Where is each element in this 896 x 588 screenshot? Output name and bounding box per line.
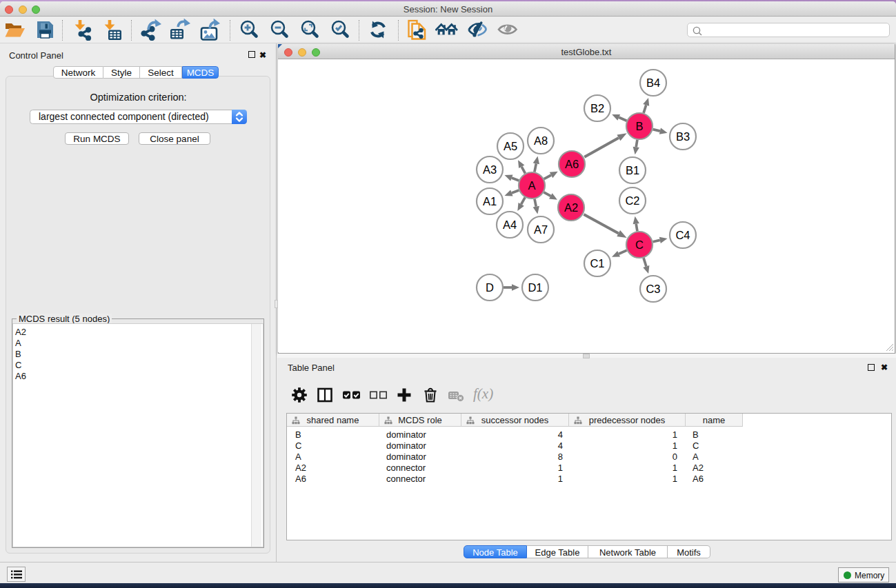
svg-text:B: B <box>635 120 643 132</box>
svg-text:A6: A6 <box>565 158 579 170</box>
svg-text:D1: D1 <box>528 281 542 294</box>
svg-text:C2: C2 <box>625 194 639 207</box>
svg-text:B1: B1 <box>626 164 639 176</box>
svg-text:A4: A4 <box>503 219 517 231</box>
svg-text:A5: A5 <box>504 140 517 152</box>
svg-text:C1: C1 <box>590 257 604 270</box>
svg-text:B2: B2 <box>590 102 604 114</box>
svg-text:B4: B4 <box>646 77 660 89</box>
svg-text:D: D <box>486 281 494 294</box>
svg-text:A2: A2 <box>564 201 578 214</box>
svg-text:B3: B3 <box>676 130 690 143</box>
svg-text:C4: C4 <box>675 229 690 241</box>
svg-text:A8: A8 <box>534 134 548 147</box>
svg-text:C3: C3 <box>646 283 660 295</box>
svg-text:A3: A3 <box>483 163 497 176</box>
svg-text:A7: A7 <box>534 223 548 236</box>
svg-text:A1: A1 <box>483 195 497 207</box>
svg-text:A: A <box>528 179 535 192</box>
svg-text:C: C <box>635 239 644 251</box>
